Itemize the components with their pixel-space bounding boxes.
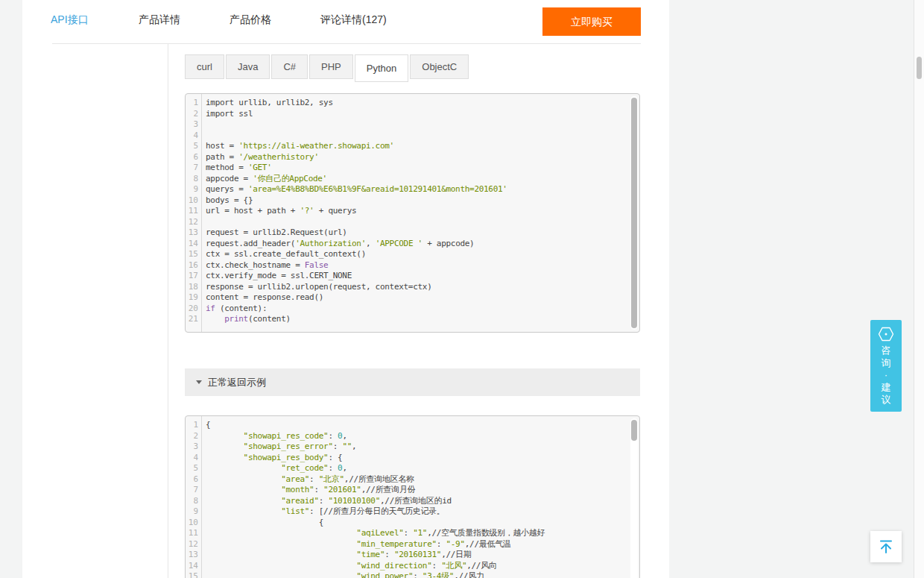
nav-divider: [52, 43, 641, 44]
code-scrollbar-track[interactable]: [630, 418, 638, 578]
line-number-gutter: 123456789101112131415161718192021: [186, 94, 202, 332]
code-lines: { "showapi_res_code": 0, "showapi_res_er…: [202, 416, 639, 578]
sidebar-divider: [168, 43, 168, 578]
line-number-gutter: 123456789101112131415: [186, 416, 202, 578]
language-tabs: curl Java C# PHP Python ObjectC: [185, 54, 469, 82]
content-panel: API接口 产品详情 产品价格 评论详情(127) 立即购买 curl Java…: [22, 0, 669, 578]
nav-tab-api[interactable]: API接口: [51, 13, 89, 27]
code-scrollbar-thumb[interactable]: [631, 98, 637, 328]
response-section-header[interactable]: 正常返回示例: [185, 368, 640, 396]
request-code-block: 123456789101112131415161718192021 import…: [185, 93, 640, 333]
code-scrollbar-track[interactable]: [630, 96, 638, 330]
tab-curl[interactable]: curl: [185, 54, 224, 79]
tab-objectc[interactable]: ObjectC: [410, 54, 469, 79]
consult-feedback-widget[interactable]: 咨 询 · 建 议: [870, 320, 902, 412]
consult-label: 咨 询 · 建 议: [882, 345, 891, 406]
back-to-top-icon: [877, 538, 895, 556]
page-scrollbar[interactable]: [914, 0, 924, 578]
tab-csharp[interactable]: C#: [271, 54, 308, 79]
tab-php[interactable]: PHP: [309, 54, 353, 79]
chat-bubble-icon: [878, 327, 894, 342]
tab-java[interactable]: Java: [226, 54, 270, 79]
code-scrollbar-thumb[interactable]: [631, 420, 637, 441]
page-scrollbar-thumb[interactable]: [917, 57, 922, 79]
nav-tab-pricing[interactable]: 产品价格: [230, 13, 271, 27]
back-to-top-button[interactable]: [870, 531, 902, 562]
code-lines: import urllib, urllib2, sysimport ssl ho…: [202, 94, 639, 332]
response-section-title: 正常返回示例: [208, 376, 266, 389]
tab-python[interactable]: Python: [355, 54, 408, 82]
nav-tab-reviews[interactable]: 评论详情(127): [320, 13, 387, 27]
response-code-block: 123456789101112131415 { "showapi_res_cod…: [185, 415, 640, 578]
buy-now-button[interactable]: 立即购买: [542, 7, 641, 36]
nav-tab-details[interactable]: 产品详情: [139, 13, 180, 27]
page: API接口 产品详情 产品价格 评论详情(127) 立即购买 curl Java…: [0, 0, 924, 578]
collapse-triangle-icon: [196, 380, 202, 384]
